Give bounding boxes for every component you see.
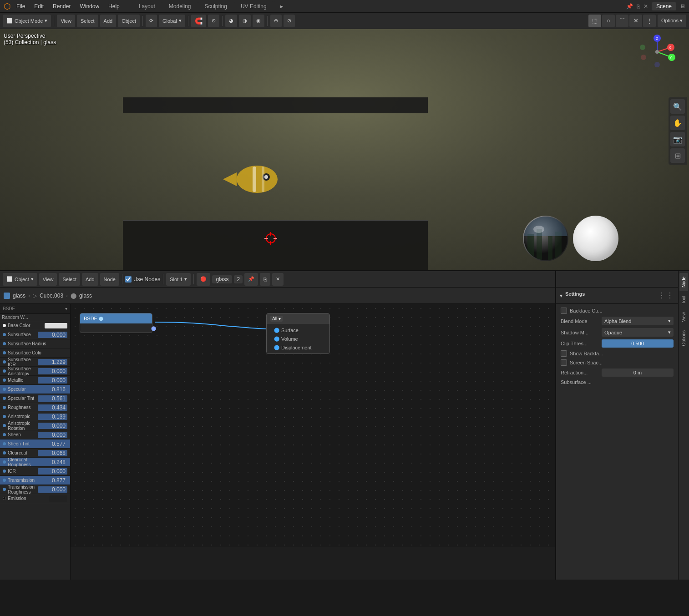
use-nodes-checkbox[interactable]: [125, 276, 132, 283]
bsdf-dropdown-arrow[interactable]: ▾: [65, 306, 67, 311]
add-btn[interactable]: Add: [100, 15, 117, 27]
zoom-in-btn[interactable]: 🔍: [670, 99, 685, 114]
object-btn[interactable]: Object: [118, 15, 140, 27]
pan-btn[interactable]: ✋: [670, 116, 685, 130]
options-btn[interactable]: Options ▾: [658, 15, 686, 27]
tab-modeling[interactable]: Modeling: [162, 1, 198, 11]
select-box-btn[interactable]: ⬚: [588, 15, 601, 27]
emission-dot: [3, 497, 6, 500]
mat-prop-ior[interactable]: IOR 0.000: [0, 467, 70, 476]
mat-prop-emission[interactable]: Emission: [0, 494, 70, 503]
mat-prop-clearcoat-roughness[interactable]: Clearcoat Roughness 0.248: [0, 458, 70, 467]
mat-prop-roughness[interactable]: Roughness 0.434: [0, 403, 70, 412]
shading-material-btn[interactable]: ◑: [239, 15, 251, 27]
shadow-mode-dropdown[interactable]: Opaque ▾: [602, 328, 674, 337]
select-circle-btn[interactable]: ○: [602, 15, 615, 27]
clip-threshold-input[interactable]: 0.500: [602, 339, 674, 348]
mat-prop-subsurface-color[interactable]: Subsurface Colo: [0, 348, 70, 358]
select-all-btn[interactable]: ⋮: [643, 15, 656, 27]
vtab-view[interactable]: View: [679, 308, 688, 326]
mat-prop-metallic[interactable]: Metallic 0.000: [0, 376, 70, 385]
select-lasso-btn[interactable]: ⌒: [616, 15, 628, 27]
random-w-row[interactable]: Random W...: [0, 314, 70, 321]
ortho-btn[interactable]: ⊞: [670, 148, 685, 163]
node-mode-btn[interactable]: ⬜ Object ▾: [3, 273, 37, 286]
menu-help[interactable]: Help: [105, 2, 123, 10]
menu-file[interactable]: File: [13, 2, 29, 10]
screen-space-checkbox[interactable]: [561, 359, 567, 366]
mat-prop-subsurface-radius[interactable]: Subsurface Radius: [0, 339, 70, 348]
node-canvas[interactable]: BSDF ⬤ ⬤ All ▾ ⬤ S: [71, 304, 555, 547]
mat-prop-transmission-roughness[interactable]: Transmission Roughness 0.000: [0, 485, 70, 494]
mat-prop-aniso-rotation[interactable]: Anisotropic Rotation 0.000: [0, 421, 70, 430]
shading-render-btn[interactable]: ◉: [253, 15, 264, 27]
tab-uv-editing[interactable]: UV Editing: [234, 1, 273, 11]
vtab-options[interactable]: Options: [679, 327, 688, 349]
mat-prop-base-color[interactable]: Base Color: [0, 321, 70, 330]
transform-btn[interactable]: ⟳: [146, 15, 157, 27]
mat-pin-btn[interactable]: 📌: [244, 273, 258, 286]
fish-object: [223, 166, 278, 193]
node-add-btn[interactable]: Add: [82, 273, 98, 286]
overlay-btn[interactable]: ⊕: [270, 15, 282, 27]
navigation-gizmo[interactable]: X Y Z: [639, 34, 684, 79]
mat-prop-transmission[interactable]: Transmission 0.877: [0, 476, 70, 485]
menu-window[interactable]: Window: [76, 2, 103, 10]
mat-close-btn[interactable]: ✕: [272, 273, 284, 286]
vtab-node[interactable]: Node: [679, 273, 688, 291]
mat-mode-btn[interactable]: 🔴: [197, 273, 210, 286]
menu-edit[interactable]: Edit: [30, 2, 47, 10]
breadcrumb-item3[interactable]: glass: [79, 293, 92, 299]
mat-prop-subsurface[interactable]: Subsurface 0.000: [0, 330, 70, 339]
mode-toggle-btn[interactable]: ⬜ Object Mode ▾: [3, 15, 51, 27]
blend-mode-dropdown[interactable]: Alpha Blend ▾: [602, 317, 674, 325]
mat-prop-sheen[interactable]: Sheen 0.000: [0, 430, 70, 439]
output-node-dropdown[interactable]: All ▾: [270, 316, 283, 322]
proportional-btn[interactable]: ⊙: [208, 15, 219, 27]
bsdf-node[interactable]: BSDF ⬤ ⬤: [80, 313, 152, 333]
mat-prop-specular[interactable]: Specular 0.816: [0, 385, 70, 394]
viewport-canvas[interactable]: User Perspective (53) Collection | glass: [0, 29, 689, 270]
shading-solid-btn[interactable]: ◕: [225, 15, 237, 27]
camera-btn[interactable]: 📷: [670, 132, 685, 146]
menu-render[interactable]: Render: [49, 2, 74, 10]
view-btn[interactable]: View: [57, 15, 75, 27]
node-view-btn[interactable]: View: [39, 273, 57, 286]
mat-prop-anisotropic[interactable]: Anisotropic 0.139: [0, 412, 70, 421]
specular-bar: 0.816: [38, 386, 68, 393]
node-select-btn[interactable]: Select: [59, 273, 80, 286]
xray-btn[interactable]: ⊘: [284, 15, 295, 27]
tab-sculpting[interactable]: Sculpting: [198, 1, 233, 11]
mat-prop-sheen-tint[interactable]: Sheen Tint 0.577: [0, 439, 70, 449]
node-node-btn[interactable]: Node: [100, 273, 119, 286]
refraction-input[interactable]: 0 m: [602, 369, 674, 377]
settings-collapse-arrow[interactable]: ▾: [560, 293, 562, 299]
settings-options-dots[interactable]: ⋮⋮: [658, 291, 674, 300]
material-name-field[interactable]: glass: [212, 275, 232, 283]
mat-copy-btn[interactable]: ⎘: [260, 273, 270, 286]
snap-btn[interactable]: 🧲: [191, 15, 206, 27]
select-tweak-btn[interactable]: ✕: [629, 15, 642, 27]
vtab-tool[interactable]: Tool: [679, 292, 688, 308]
global-btn[interactable]: Global ▾: [159, 15, 185, 27]
tab-layout[interactable]: Layout: [132, 1, 162, 11]
node-editor-body: BSDF ▾ Random W... Base Color Subsurface…: [0, 304, 555, 580]
scene-name[interactable]: Scene: [652, 2, 676, 10]
mat-prop-clearcoat[interactable]: Clearcoat 0.068: [0, 449, 70, 458]
bsdf-output-socket: ⬤: [80, 323, 152, 333]
subsurface-settings-label: Subsurface ...: [561, 379, 602, 385]
mat-prop-subsurface-aniso[interactable]: Subsurface Anisotropy 0.000: [0, 367, 70, 376]
slot-btn[interactable]: Slot 1 ▾: [166, 273, 191, 286]
breadcrumb-item2[interactable]: Cube.003: [40, 293, 63, 299]
show-backfaces-checkbox[interactable]: [561, 350, 567, 357]
mat-prop-subsurface-ior[interactable]: Subsurface IOR 1.229: [0, 358, 70, 367]
breadcrumb-item1[interactable]: glass: [13, 293, 25, 299]
bsdf-node-header: BSDF ⬤: [80, 313, 152, 323]
mat-prop-specular-tint[interactable]: Specular Tint 0.561: [0, 394, 70, 403]
tab-more[interactable]: ▸: [274, 1, 289, 11]
backface-culling-checkbox[interactable]: [561, 308, 567, 314]
output-node[interactable]: All ▾ ⬤ Surface ⬤ Volume ⬤ Di: [266, 313, 330, 354]
select-btn[interactable]: Select: [77, 15, 98, 27]
subsurface-row: Subsurface ...: [561, 379, 674, 385]
sheen-dot: [3, 433, 6, 436]
